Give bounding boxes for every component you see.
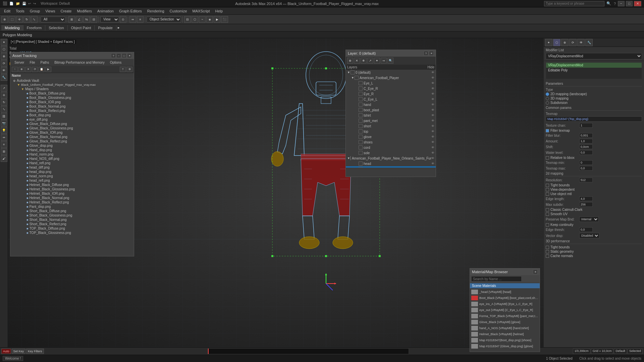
at-btn3[interactable]: ✕ xyxy=(25,67,31,72)
display-tab-icon[interactable]: 👁 xyxy=(577,39,585,46)
layer-checkbox[interactable] xyxy=(359,167,363,168)
undo-btn[interactable]: ↩ xyxy=(28,2,31,5)
layer-find-btn[interactable]: 🔍 xyxy=(387,58,393,64)
search-icon[interactable]: 🔍 xyxy=(606,1,611,6)
asset-file-item[interactable]: ■Boot_Black_Reflect.png xyxy=(10,109,134,113)
selection-filter[interactable]: All Geometry Shapes xyxy=(41,16,65,22)
at-btn2[interactable]: ⊕ xyxy=(18,67,24,72)
at-minimize-btn[interactable]: − xyxy=(116,53,121,58)
at-btn1[interactable]: ↑ xyxy=(12,67,18,72)
lt-light-btn[interactable]: 💡 xyxy=(1,127,7,134)
layer-hide-icon[interactable]: 👁 xyxy=(431,119,434,122)
shift-input[interactable] xyxy=(579,144,593,149)
tab-modeling[interactable]: Modeling xyxy=(1,25,23,31)
mat-list-item[interactable]: eye_ins_A {VRayMtl} [Eye_L,C_Eye_R] xyxy=(470,301,540,307)
menu-customize[interactable]: Customize xyxy=(167,8,190,14)
asset-file-item[interactable]: ■Boot_disp.png xyxy=(10,113,134,117)
help-icon[interactable]: ? xyxy=(614,2,616,6)
mat-search-input[interactable] xyxy=(471,276,522,282)
layer-item[interactable]: pant_met 👁 xyxy=(346,118,436,123)
asset-file-item[interactable]: ■Helmet_Black_Diffuse.png xyxy=(10,183,134,187)
layer-item[interactable]: ▼ American_Football_Player_New_Orleans_S… xyxy=(346,156,436,161)
asset-file-item[interactable]: ■Glove_Black_Diffuse.png xyxy=(10,122,134,126)
asset-tracking-header[interactable]: Asset Tracking ? − □ ✕ xyxy=(10,52,134,59)
mat-browser-header[interactable]: Material/Map Browser ✕ xyxy=(470,268,540,275)
at-btn6[interactable]: ▶ xyxy=(45,67,51,72)
create-tab-icon[interactable]: ✦ xyxy=(545,39,552,46)
use-obj-mat-chk[interactable] xyxy=(546,192,549,196)
edge-thresh-input[interactable] xyxy=(579,227,593,232)
asset-file-item[interactable]: ■Boot_Black_Normal.png xyxy=(10,104,134,109)
relative-bbox-chk[interactable] xyxy=(546,156,549,160)
preserve-map-select[interactable]: Internal External xyxy=(579,217,599,222)
at-btn4[interactable]: ⟳ xyxy=(32,67,38,72)
layer-hide-icon[interactable]: 👁 xyxy=(431,103,434,106)
layer-checkbox[interactable] xyxy=(359,108,363,112)
asset-file-item[interactable]: ■Short_Black_Diffuse.png xyxy=(10,209,134,213)
layer-item[interactable]: C_Eye_L 👁 xyxy=(346,97,436,102)
layer-manager-btn[interactable]: ⊟ xyxy=(184,16,191,23)
render-setup-btn[interactable]: ◈ xyxy=(206,16,213,23)
key-filters-btn[interactable]: Key Filters xyxy=(26,349,44,354)
menu-help[interactable]: Help xyxy=(213,8,226,14)
layer-checkbox[interactable] xyxy=(350,156,351,160)
mat-list-item[interactable]: Helmet_Black {VRayMtl} [helmet] xyxy=(470,331,540,337)
asset-file-item[interactable]: ■head_diff.png xyxy=(10,165,134,170)
asset-file-item[interactable]: ■Helmet_Black_IOR.png xyxy=(10,191,134,196)
at-btn5[interactable]: 📋 xyxy=(39,67,45,72)
asset-file-item[interactable]: ■TOP_Black_Glossiness.png xyxy=(10,231,134,235)
layer-hide-icon[interactable]: 👁 xyxy=(431,151,434,155)
layer-item[interactable]: Eye_R 👁 xyxy=(346,91,436,97)
hierarchy-tab-icon[interactable]: ⊕ xyxy=(561,39,569,46)
tab-populate[interactable]: Populate xyxy=(95,25,116,31)
layer-checkbox[interactable] xyxy=(359,86,363,90)
layer-item[interactable]: boot_plast 👁 xyxy=(346,107,436,113)
asset-vault-root[interactable]: ⊕ Autodesk Vault xyxy=(10,78,134,83)
asset-file-item[interactable]: ■Short_Black_Glossiness.png xyxy=(10,213,134,218)
layer-item[interactable]: top 👁 xyxy=(346,129,436,134)
layer-checkbox[interactable] xyxy=(359,162,363,166)
maximize-button[interactable]: □ xyxy=(626,1,633,6)
modifier-list-dropdown[interactable]: VRayDisplacementMod Editable Poly xyxy=(546,53,642,59)
filter-blur-input[interactable] xyxy=(579,133,593,138)
open-btn[interactable]: 📁 xyxy=(16,2,20,5)
layer-item[interactable]: cord 👁 xyxy=(346,145,436,150)
asset-file-item[interactable]: ■Boot_Black_Glossiness.png xyxy=(10,96,134,100)
mirror-btn[interactable]: ⇔ xyxy=(129,16,136,23)
select-object-btn[interactable]: ⊕ xyxy=(1,16,8,23)
save-btn[interactable]: 💾 xyxy=(22,2,26,5)
at-question-btn[interactable]: ? xyxy=(111,53,116,58)
menu-views[interactable]: Views xyxy=(43,8,58,14)
texmap-min-input[interactable] xyxy=(579,160,593,165)
at-settings-btn[interactable]: ⚙ xyxy=(126,67,132,72)
layer-question-btn[interactable]: ? xyxy=(424,51,428,56)
utilities-tab-icon[interactable]: 🔧 xyxy=(585,39,593,46)
lt-camera-btn[interactable]: 📷 xyxy=(1,120,7,127)
tab-selection[interactable]: Selection xyxy=(45,25,67,31)
max-subdiv-input[interactable] xyxy=(579,202,593,207)
radio-3d-btn[interactable] xyxy=(546,97,549,100)
asset-file-item[interactable]: ■Helmet_Black_Reflect.png xyxy=(10,200,134,204)
render-frame-btn[interactable]: ⬛ xyxy=(221,16,228,23)
filter-texmap-chk[interactable] xyxy=(546,129,549,132)
utilities-panel-btn[interactable]: 🔧 xyxy=(1,74,7,81)
create-panel-btn[interactable]: ✦ xyxy=(1,39,7,46)
layer-item[interactable]: glove 👁 xyxy=(346,134,436,139)
asset-file-item[interactable]: ■head_disp.png xyxy=(10,170,134,174)
mat-list-item[interactable]: Map #1018347 {Glove_disp.png} [glove] xyxy=(470,343,540,349)
texmap-max-input[interactable] xyxy=(579,166,593,171)
asset-file-item[interactable]: ■Hand_NOS_diff.png xyxy=(10,157,134,161)
layer-checkbox[interactable] xyxy=(359,119,363,123)
layer-item[interactable]: shoes 👁 xyxy=(346,139,436,145)
cache-normals-chk[interactable] xyxy=(546,254,549,258)
lt-mirror-btn[interactable]: ⇔ xyxy=(1,134,7,141)
set-key-btn[interactable]: Set Key xyxy=(12,349,26,354)
layer-checkbox[interactable] xyxy=(359,97,363,101)
layer-hide-icon[interactable]: 👁 xyxy=(431,98,434,101)
lt-rotate-btn[interactable]: ↻ xyxy=(1,99,7,106)
named-selection[interactable]: Object Selection xyxy=(147,16,181,22)
layer-checkbox[interactable] xyxy=(359,103,363,107)
layer-checkbox[interactable] xyxy=(359,92,363,96)
layer-hide-icon[interactable]: 👁 xyxy=(431,81,434,85)
asset-file-item[interactable]: ■Helmet_Black_Glossiness.png xyxy=(10,187,134,191)
